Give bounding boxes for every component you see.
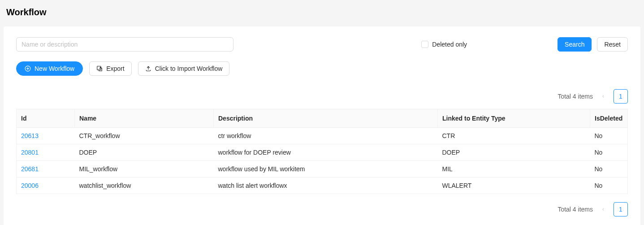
- checkbox-box-icon: [421, 41, 428, 48]
- workflow-table: Id Name Description Linked to Entity Typ…: [16, 109, 628, 194]
- pager-prev-button[interactable]: [599, 207, 607, 212]
- cell-name: MIL_workflow: [75, 161, 214, 177]
- action-row: New Workflow Export Click: [16, 61, 628, 76]
- cell-name: CTR_workflow: [75, 128, 214, 144]
- pager-prev-button[interactable]: [599, 94, 607, 99]
- pager-page-current[interactable]: 1: [614, 89, 628, 104]
- cell-deleted: No: [590, 161, 628, 177]
- search-input[interactable]: [16, 37, 233, 52]
- cell-description: workflow used by MIL workitem: [214, 161, 438, 177]
- col-header-entity[interactable]: Linked to Entity Type: [438, 109, 590, 128]
- workflow-card: Deleted only Search Reset New Workflow: [4, 26, 640, 225]
- cell-description: ctr workflow: [214, 128, 438, 144]
- total-items-text: Total 4 items: [558, 206, 593, 213]
- export-icon: [96, 65, 103, 72]
- workflow-id-link[interactable]: 20006: [21, 182, 39, 189]
- total-items-text: Total 4 items: [558, 93, 593, 100]
- cell-description: watch list alert workflowx: [214, 177, 438, 194]
- cell-entity: DOEP: [438, 144, 590, 161]
- cell-description: workflow for DOEP review: [214, 144, 438, 161]
- import-workflow-button[interactable]: Click to Import Workflow: [138, 61, 230, 76]
- filter-row: Deleted only Search Reset: [16, 37, 628, 52]
- pagination-bottom: Total 4 items 1: [16, 202, 628, 222]
- col-header-id[interactable]: Id: [17, 109, 75, 128]
- deleted-only-checkbox[interactable]: Deleted only: [421, 41, 467, 48]
- page-title: Workflow: [0, 0, 644, 26]
- cell-deleted: No: [590, 177, 628, 194]
- chevron-left-icon: [601, 207, 605, 212]
- export-label: Export: [106, 65, 124, 72]
- cell-name: watchlist_workflow: [75, 177, 214, 194]
- reset-button[interactable]: Reset: [597, 37, 628, 52]
- pager-page-current[interactable]: 1: [614, 202, 628, 216]
- pagination-top: Total 4 items 1: [16, 89, 628, 109]
- workflow-id-link[interactable]: 20681: [21, 165, 39, 173]
- cell-entity: MIL: [438, 161, 590, 177]
- cell-entity: WLALERT: [438, 177, 590, 194]
- deleted-only-label: Deleted only: [432, 41, 467, 48]
- col-header-deleted[interactable]: IsDeleted: [590, 109, 628, 128]
- workflow-id-link[interactable]: 20801: [21, 149, 39, 156]
- cell-deleted: No: [590, 128, 628, 144]
- table-row: 20613 CTR_workflow ctr workflow CTR No: [17, 128, 628, 144]
- upload-icon: [145, 65, 151, 72]
- plus-circle-icon: [25, 65, 31, 72]
- cell-entity: CTR: [438, 128, 590, 144]
- table-row: 20801 DOEP workflow for DOEP review DOEP…: [17, 144, 628, 161]
- new-workflow-label: New Workflow: [35, 65, 74, 72]
- export-button[interactable]: Export: [89, 61, 131, 76]
- workflow-id-link[interactable]: 20613: [21, 132, 39, 139]
- cell-name: DOEP: [75, 144, 214, 161]
- table-row: 20681 MIL_workflow workflow used by MIL …: [17, 161, 628, 177]
- col-header-description[interactable]: Description: [214, 109, 438, 128]
- new-workflow-button[interactable]: New Workflow: [16, 61, 83, 76]
- import-label: Click to Import Workflow: [155, 65, 223, 72]
- col-header-name[interactable]: Name: [75, 109, 214, 128]
- chevron-left-icon: [601, 94, 605, 99]
- cell-deleted: No: [590, 144, 628, 161]
- search-button[interactable]: Search: [558, 37, 592, 52]
- table-row: 20006 watchlist_workflow watch list aler…: [17, 177, 628, 194]
